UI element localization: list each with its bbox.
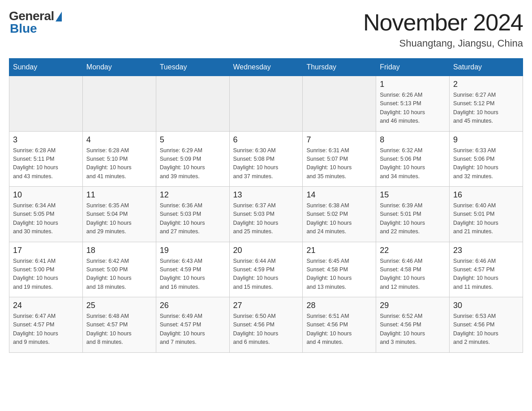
day-number: 4 [86,135,152,145]
day-number: 3 [13,135,79,145]
day-number: 14 [306,190,372,200]
calendar-cell: 10Sunrise: 6:34 AM Sunset: 5:05 PM Dayli… [9,187,83,242]
weekday-header-tuesday: Tuesday [156,59,229,76]
weekday-header-wednesday: Wednesday [229,59,303,76]
day-number: 7 [306,135,372,145]
day-info: Sunrise: 6:51 AM Sunset: 4:56 PM Dayligh… [306,312,372,347]
day-number: 5 [160,135,226,145]
calendar-cell: 7Sunrise: 6:31 AM Sunset: 5:07 PM Daylig… [303,131,376,187]
calendar-cell [156,76,229,132]
day-info: Sunrise: 6:47 AM Sunset: 4:57 PM Dayligh… [13,312,79,347]
calendar-cell: 19Sunrise: 6:43 AM Sunset: 4:59 PM Dayli… [156,242,229,297]
calendar-cell: 16Sunrise: 6:40 AM Sunset: 5:01 PM Dayli… [450,187,523,242]
calendar-cell: 9Sunrise: 6:33 AM Sunset: 5:06 PM Daylig… [450,131,523,187]
page-header: General Blue November 2024 Shuangtang, J… [9,9,523,49]
day-number: 29 [380,301,446,310]
day-info: Sunrise: 6:31 AM Sunset: 5:07 PM Dayligh… [306,146,372,181]
day-info: Sunrise: 6:42 AM Sunset: 5:00 PM Dayligh… [86,257,152,292]
day-info: Sunrise: 6:45 AM Sunset: 4:58 PM Dayligh… [306,257,372,292]
calendar-cell: 3Sunrise: 6:28 AM Sunset: 5:11 PM Daylig… [9,131,83,187]
day-number: 21 [306,246,372,255]
day-number: 16 [453,190,519,200]
calendar-cell: 24Sunrise: 6:47 AM Sunset: 4:57 PM Dayli… [9,297,83,353]
calendar-cell: 15Sunrise: 6:39 AM Sunset: 5:01 PM Dayli… [376,187,450,242]
day-number: 18 [86,246,152,255]
day-info: Sunrise: 6:27 AM Sunset: 5:12 PM Dayligh… [453,91,519,126]
calendar-cell: 14Sunrise: 6:38 AM Sunset: 5:02 PM Dayli… [303,187,376,242]
logo: General Blue [9,9,62,36]
calendar-week-row: 10Sunrise: 6:34 AM Sunset: 5:05 PM Dayli… [9,187,523,242]
calendar-week-row: 3Sunrise: 6:28 AM Sunset: 5:11 PM Daylig… [9,131,523,187]
day-number: 2 [453,80,519,89]
weekday-header-saturday: Saturday [450,59,523,76]
calendar-cell: 21Sunrise: 6:45 AM Sunset: 4:58 PM Dayli… [303,242,376,297]
day-number: 23 [453,246,519,255]
day-number: 28 [306,301,372,310]
logo-blue-text: Blue [9,21,37,36]
calendar-header: SundayMondayTuesdayWednesdayThursdayFrid… [9,59,523,76]
day-info: Sunrise: 6:32 AM Sunset: 5:06 PM Dayligh… [380,146,446,181]
day-info: Sunrise: 6:39 AM Sunset: 5:01 PM Dayligh… [380,201,446,236]
day-number: 24 [13,301,79,310]
calendar-cell: 20Sunrise: 6:44 AM Sunset: 4:59 PM Dayli… [229,242,303,297]
day-info: Sunrise: 6:53 AM Sunset: 4:56 PM Dayligh… [453,312,519,347]
weekday-header-row: SundayMondayTuesdayWednesdayThursdayFrid… [9,59,523,76]
calendar-cell [9,76,83,132]
calendar-body: 1Sunrise: 6:26 AM Sunset: 5:13 PM Daylig… [9,76,523,353]
day-info: Sunrise: 6:38 AM Sunset: 5:02 PM Dayligh… [306,201,372,236]
calendar-cell: 6Sunrise: 6:30 AM Sunset: 5:08 PM Daylig… [229,131,303,187]
day-info: Sunrise: 6:44 AM Sunset: 4:59 PM Dayligh… [233,257,299,292]
day-number: 12 [160,190,226,200]
calendar-cell: 8Sunrise: 6:32 AM Sunset: 5:06 PM Daylig… [376,131,450,187]
day-number: 25 [86,301,152,310]
day-info: Sunrise: 6:26 AM Sunset: 5:13 PM Dayligh… [380,91,446,126]
calendar-cell: 22Sunrise: 6:46 AM Sunset: 4:58 PM Dayli… [376,242,450,297]
day-info: Sunrise: 6:50 AM Sunset: 4:56 PM Dayligh… [233,312,299,347]
day-number: 11 [86,190,152,200]
day-info: Sunrise: 6:37 AM Sunset: 5:03 PM Dayligh… [233,201,299,236]
day-number: 22 [380,246,446,255]
calendar-cell: 27Sunrise: 6:50 AM Sunset: 4:56 PM Dayli… [229,297,303,353]
calendar-cell: 17Sunrise: 6:41 AM Sunset: 5:00 PM Dayli… [9,242,83,297]
calendar-cell: 30Sunrise: 6:53 AM Sunset: 4:56 PM Dayli… [450,297,523,353]
day-info: Sunrise: 6:36 AM Sunset: 5:03 PM Dayligh… [160,201,226,236]
day-number: 27 [233,301,299,310]
day-number: 6 [233,135,299,145]
calendar-cell: 5Sunrise: 6:29 AM Sunset: 5:09 PM Daylig… [156,131,229,187]
title-block: November 2024 Shuangtang, Jiangsu, China [363,9,523,49]
calendar-table: SundayMondayTuesdayWednesdayThursdayFrid… [9,58,523,353]
calendar-cell [303,76,376,132]
weekday-header-monday: Monday [82,59,156,76]
calendar-cell: 12Sunrise: 6:36 AM Sunset: 5:03 PM Dayli… [156,187,229,242]
calendar-cell: 4Sunrise: 6:28 AM Sunset: 5:10 PM Daylig… [82,131,156,187]
calendar-cell: 2Sunrise: 6:27 AM Sunset: 5:12 PM Daylig… [450,76,523,132]
day-number: 1 [380,80,446,89]
calendar-week-row: 1Sunrise: 6:26 AM Sunset: 5:13 PM Daylig… [9,76,523,132]
day-number: 30 [453,301,519,310]
month-title: November 2024 [363,9,523,36]
day-info: Sunrise: 6:41 AM Sunset: 5:00 PM Dayligh… [13,257,79,292]
day-info: Sunrise: 6:34 AM Sunset: 5:05 PM Dayligh… [13,201,79,236]
day-info: Sunrise: 6:28 AM Sunset: 5:10 PM Dayligh… [86,146,152,181]
location-subtitle: Shuangtang, Jiangsu, China [363,38,523,49]
day-number: 19 [160,246,226,255]
day-info: Sunrise: 6:33 AM Sunset: 5:06 PM Dayligh… [453,146,519,181]
day-number: 9 [453,135,519,145]
day-number: 15 [380,190,446,200]
day-info: Sunrise: 6:46 AM Sunset: 4:57 PM Dayligh… [453,257,519,292]
weekday-header-friday: Friday [376,59,450,76]
day-info: Sunrise: 6:28 AM Sunset: 5:11 PM Dayligh… [13,146,79,181]
day-number: 26 [160,301,226,310]
calendar-cell: 29Sunrise: 6:52 AM Sunset: 4:56 PM Dayli… [376,297,450,353]
day-number: 8 [380,135,446,145]
weekday-header-thursday: Thursday [303,59,376,76]
calendar-week-row: 17Sunrise: 6:41 AM Sunset: 5:00 PM Dayli… [9,242,523,297]
calendar-cell: 26Sunrise: 6:49 AM Sunset: 4:57 PM Dayli… [156,297,229,353]
day-info: Sunrise: 6:35 AM Sunset: 5:04 PM Dayligh… [86,201,152,236]
day-info: Sunrise: 6:40 AM Sunset: 5:01 PM Dayligh… [453,201,519,236]
calendar-cell: 28Sunrise: 6:51 AM Sunset: 4:56 PM Dayli… [303,297,376,353]
calendar-cell [82,76,156,132]
day-info: Sunrise: 6:30 AM Sunset: 5:08 PM Dayligh… [233,146,299,181]
calendar-cell: 1Sunrise: 6:26 AM Sunset: 5:13 PM Daylig… [376,76,450,132]
day-info: Sunrise: 6:43 AM Sunset: 4:59 PM Dayligh… [160,257,226,292]
